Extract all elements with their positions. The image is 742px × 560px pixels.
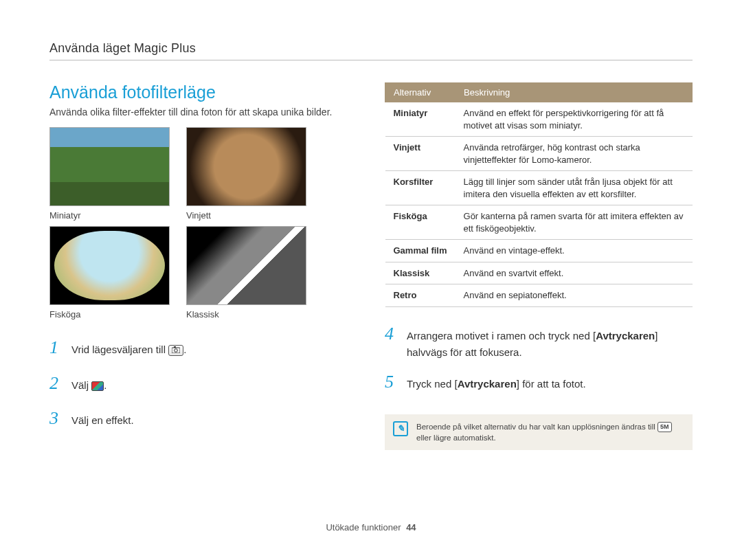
option-name: Vinjett — [385, 137, 456, 171]
page-footer: Utökade funktioner 44 — [0, 522, 742, 533]
camera-icon — [168, 345, 183, 356]
footer-label: Utökade funktioner — [326, 522, 401, 533]
thumb-vinjett: Vinjett — [186, 127, 306, 221]
option-desc: Gör kanterna på ramen svarta för att imi… — [456, 205, 693, 240]
step-2: 2 Välj . — [49, 369, 357, 398]
step-3-number: 3 — [49, 404, 63, 433]
section-title: Använda fotofilterläge — [49, 82, 357, 102]
intro-text: Använda olika filter-effekter till dina … — [49, 107, 357, 117]
table-row: Gammal filmAnvänd en vintage-effekt. — [385, 240, 693, 262]
page-number: 44 — [406, 522, 416, 533]
table-row: RetroAnvänd en sepiatoneffekt. — [385, 284, 693, 307]
thumb-vinjett-image — [186, 127, 306, 206]
th-alternativ: Alternativ — [385, 83, 456, 102]
thumb-fiskoga: Fisköga — [49, 226, 170, 320]
thumb-fiskoga-caption: Fisköga — [49, 309, 170, 320]
thumb-miniatyr-caption: Miniatyr — [49, 210, 170, 221]
photo-mode-icon — [91, 381, 104, 391]
note-box: ✎ Beroende på vilket alternativ du har v… — [385, 414, 693, 450]
option-desc: Använd en sepiatoneffekt. — [456, 284, 693, 307]
table-row: MiniatyrAnvänd en effekt för perspektivk… — [385, 102, 693, 137]
step-5-number: 5 — [385, 368, 398, 396]
table-row: VinjettAnvända retrofärger, hög kontrast… — [385, 137, 693, 171]
thumb-fiskoga-image — [49, 226, 170, 305]
option-desc: Använd en effekt för perspektivkorrigeri… — [456, 102, 693, 137]
step-3-text: Välj en effekt. — [71, 412, 134, 429]
thumb-klassisk-image — [186, 226, 306, 305]
option-desc: Använda retrofärger, hög kontrast och st… — [456, 137, 693, 171]
step-4-number: 4 — [385, 320, 398, 348]
th-beskrivning: Beskrivning — [456, 83, 693, 102]
thumb-miniatyr-image — [49, 127, 170, 206]
step-2-text: Välj . — [71, 377, 106, 394]
resolution-badge: 5M — [657, 422, 672, 432]
thumb-klassisk-caption: Klassisk — [186, 309, 306, 320]
note-icon: ✎ — [393, 421, 408, 436]
steps-left: 1 Vrid lägesväljaren till . 2 Välj . — [49, 333, 357, 433]
step-4-text: Arrangera motivet i ramen och tryck ned … — [407, 328, 693, 361]
table-row: KorsfilterLägg till linjer som sänder ut… — [385, 171, 693, 205]
breadcrumb: Använda läget Magic Plus — [49, 41, 693, 60]
svg-point-1 — [175, 349, 178, 352]
step-1-text: Vrid lägesväljaren till . — [71, 341, 186, 358]
thumb-klassisk: Klassisk — [186, 226, 306, 320]
step-1-number: 1 — [49, 333, 63, 362]
option-name: Gammal film — [385, 240, 456, 262]
left-column: Använda fotofilterläge Använda olika fil… — [49, 82, 357, 450]
step-3: 3 Välj en effekt. — [49, 404, 357, 433]
step-5: 5 Tryck ned [Avtryckaren] för att ta fot… — [385, 368, 693, 396]
table-row: FiskögaGör kanterna på ramen svarta för … — [385, 205, 693, 240]
options-table: Alternativ Beskrivning MiniatyrAnvänd en… — [385, 82, 693, 307]
option-name: Korsfilter — [385, 171, 456, 205]
option-name: Retro — [385, 284, 456, 307]
option-desc: Lägg till linjer som sänder utåt från lj… — [456, 171, 693, 205]
option-desc: Använd en vintage-effekt. — [456, 240, 693, 262]
option-desc: Använd en svartvit effekt. — [456, 262, 693, 284]
step-2-number: 2 — [49, 369, 63, 398]
svg-rect-2 — [174, 346, 176, 348]
thumb-vinjett-caption: Vinjett — [186, 210, 306, 221]
thumbnail-grid: Miniatyr Vinjett Fisköga Klassisk — [49, 127, 357, 320]
note-text: Beroende på vilket alternativ du har val… — [416, 421, 684, 443]
option-name: Miniatyr — [385, 102, 456, 137]
thumb-miniatyr: Miniatyr — [49, 127, 170, 221]
option-name: Fisköga — [385, 205, 456, 240]
step-1: 1 Vrid lägesväljaren till . — [49, 333, 357, 362]
steps-right: 4 Arrangera motivet i ramen och tryck ne… — [385, 320, 693, 396]
step-4: 4 Arrangera motivet i ramen och tryck ne… — [385, 320, 693, 361]
table-row: KlassiskAnvänd en svartvit effekt. — [385, 262, 693, 284]
step-5-text: Tryck ned [Avtryckaren] för att ta fotot… — [407, 376, 586, 392]
right-column: Alternativ Beskrivning MiniatyrAnvänd en… — [385, 82, 693, 450]
option-name: Klassisk — [385, 262, 456, 284]
